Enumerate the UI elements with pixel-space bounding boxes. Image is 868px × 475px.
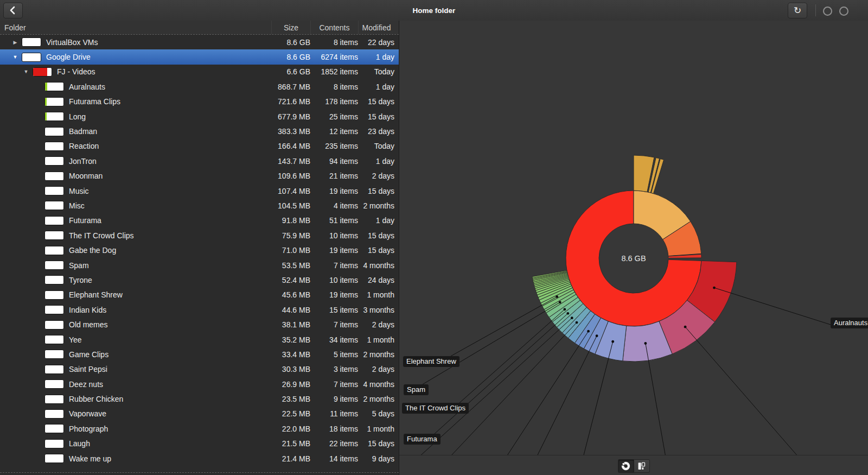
table-row[interactable]: JonTron143.7 MB94 items1 day [0,154,399,168]
folder-contents: 19 items [310,290,358,299]
callout-dot [713,287,716,289]
folder-modified: 15 days [358,439,394,448]
table-row[interactable]: Indian Kids44.6 MB15 items3 months [0,302,399,317]
folder-size: 21.5 MB [271,439,310,448]
folder-size: 35.2 MB [271,335,310,344]
folder-size: 22.5 MB [271,409,310,418]
folder-usage-bar-icon [44,275,64,284]
refresh-button[interactable]: ↻ [788,3,807,18]
folder-size: 677.9 MB [271,112,310,121]
chart-center-total-size: 8.6 GB [621,254,646,263]
chart-callout-label: Futurama [404,434,441,445]
rings-chart-icon [621,461,630,471]
table-row[interactable]: Gabe the Dog71.0 MB19 items15 days [0,243,399,257]
folder-size: 8.6 GB [271,53,310,61]
column-header-contents[interactable]: Contents [310,21,358,34]
back-button[interactable] [3,3,23,18]
folder-size: 38.1 MB [271,320,310,329]
folder-name: Game Clips [69,350,108,359]
folder-contents: 7 items [310,261,358,270]
chart-view-toolbar [399,455,868,475]
folder-usage-bar-icon [44,216,64,225]
rings-view-button[interactable] [618,459,634,473]
column-header-size[interactable]: Size [271,21,310,34]
table-row[interactable]: ▼Google Drive8.6 GB6274 items1 day [0,49,399,64]
callout-leader-line [451,297,557,356]
table-row[interactable]: Elephant Shrew45.6 MB19 items1 month [0,288,399,302]
table-row[interactable]: Reaction166.4 MB235 itemsToday [0,139,399,154]
folder-modified: 15 days [358,246,394,255]
folder-contents: 19 items [310,187,358,195]
table-row[interactable]: ▶VirtualBox VMs8.6 GB8 items22 days [0,35,399,49]
column-header-folder[interactable]: Folder [0,21,271,34]
rings-chart: 8.6 GB [399,21,868,455]
folder-modified: 1 day [358,216,394,225]
folder-name: JonTron [69,157,97,166]
table-row[interactable]: Futurama91.8 MB51 items1 day [0,213,399,228]
folder-modified: 1 month [358,290,394,299]
table-row[interactable]: Futurama Clips721.6 MB178 items15 days [0,94,399,109]
expander-down-icon[interactable]: ▼ [9,54,22,60]
folder-modified: 1 month [358,335,394,344]
folder-usage-bar-icon [44,395,64,404]
table-row[interactable]: Auralnauts868.7 MB8 items1 day [0,79,399,94]
folder-name: Yee [69,335,82,344]
callout-leader-line [506,331,589,455]
chevron-left-icon [8,5,18,15]
folder-name: Laugh [69,439,90,448]
table-row[interactable]: Tyrone52.4 MB10 items24 days [0,273,399,287]
table-row[interactable]: Moonman109.6 MB21 items2 days [0,169,399,183]
callout-leader-line [423,302,560,384]
chart-callout-label: Auralnauts [831,318,868,328]
folder-contents: 8 items [310,83,358,91]
folder-size: 104.5 MB [271,201,310,210]
folder-name: Moonman [69,172,103,180]
list-overflow-indicator [0,472,399,473]
table-row[interactable]: Game Clips33.4 MB5 items2 months [0,347,399,362]
callout-dot [566,312,569,315]
minimize-button[interactable] [823,7,832,16]
table-row[interactable]: Spam53.5 MB7 items4 months [0,258,399,273]
table-row[interactable]: Vaporwave22.5 MB11 items5 days [0,407,399,421]
expander-down-icon[interactable]: ▼ [20,69,33,74]
folder-name: FJ - Videos [57,67,95,76]
folder-contents: 34 items [310,335,358,344]
folder-usage-bar-icon [44,82,64,91]
folder-modified: Today [358,67,394,76]
folder-tree-rows: ▶VirtualBox VMs8.6 GB8 items22 days▼Goog… [0,34,399,466]
folder-modified: 5 days [358,409,394,418]
table-row[interactable]: Old memes38.1 MB7 items2 days [0,317,399,332]
folder-size: 52.4 MB [271,276,310,284]
folder-contents: 9 items [310,395,358,403]
folder-size: 26.9 MB [271,380,310,389]
table-row[interactable]: Long677.9 MB25 items15 days [0,109,399,124]
treemap-view-button[interactable] [634,459,650,473]
folder-size: 22.0 MB [271,425,310,433]
column-header-modified[interactable]: Modified [358,21,394,34]
table-row[interactable]: Deez nuts26.9 MB7 items4 months [0,377,399,391]
table-row[interactable]: The IT Crowd Clips75.9 MB10 items15 days [0,228,399,243]
folder-contents: 11 items [310,409,358,418]
folder-usage-bar-icon [44,172,64,181]
chart-callout-label: The IT Crowd Clips [402,403,469,414]
folder-size: 6.6 GB [271,67,310,76]
folder-contents: 7 items [310,380,358,389]
table-row[interactable]: Rubber Chicken23.5 MB9 items2 months [0,391,399,406]
folder-usage-bar-icon [44,454,64,463]
table-row[interactable]: Badman383.3 MB12 items23 days [0,124,399,138]
folder-modified: 2 months [358,350,394,359]
table-row[interactable]: Wake me up21.4 MB14 items9 days [0,451,399,466]
table-row[interactable]: Saint Pepsi30.3 MB3 items2 days [0,362,399,377]
table-row[interactable]: Photograph22.0 MB18 items1 month [0,421,399,436]
table-row[interactable]: Music107.4 MB19 items15 days [0,183,399,198]
folder-name: Reaction [69,142,99,150]
folder-modified: 15 days [358,97,394,106]
table-row[interactable]: Laugh21.5 MB22 items15 days [0,436,399,451]
table-row[interactable]: Yee35.2 MB34 items1 month [0,332,399,347]
close-button[interactable] [839,7,848,16]
callout-leader-line [714,288,831,325]
table-row[interactable]: ▼FJ - Videos6.6 GB1852 itemsToday [0,65,399,79]
expander-right-icon[interactable]: ▶ [9,40,22,45]
table-row[interactable]: Misc104.5 MB4 items2 months [0,198,399,213]
folder-contents: 14 items [310,454,358,463]
